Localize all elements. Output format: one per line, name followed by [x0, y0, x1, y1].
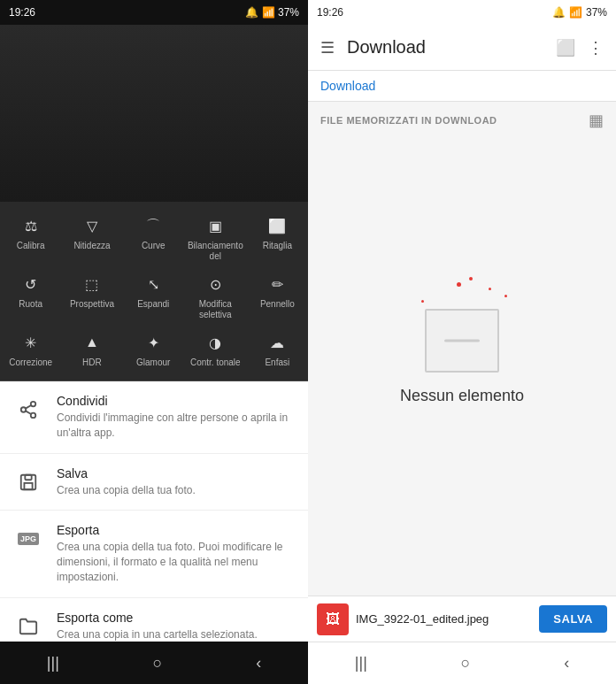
wifi-icon: 📶 — [569, 6, 582, 19]
empty-dot-2 — [469, 277, 473, 281]
right-title: Download — [347, 37, 426, 58]
svg-rect-6 — [25, 474, 31, 480]
tool-label-3: Bilanciamento del — [188, 241, 243, 262]
tool-item-7[interactable]: ⤡ Espandi — [123, 267, 184, 326]
empty-box-line — [444, 339, 480, 342]
svg-point-1 — [21, 407, 27, 412]
tool-item-12[interactable]: ✦ Glamour — [123, 326, 184, 373]
left-panel: 19:26 🔔 📶 37% ⚖ Calibra ▽ Nitidezza ⌒ Cu… — [0, 0, 308, 684]
tool-item-9[interactable]: ✏ Pennello — [247, 267, 308, 326]
tool-item-11[interactable]: ▲ HDR — [61, 326, 122, 373]
tool-icon-4: ⬜ — [266, 214, 289, 237]
file-thumbnail-icon: 🖼 — [317, 603, 349, 635]
tool-icon-12: ✦ — [142, 331, 165, 354]
tool-icon-5: ↺ — [19, 273, 42, 296]
right-nav-menu[interactable]: ||| — [355, 654, 367, 672]
tool-label-2: Curve — [142, 241, 166, 251]
tool-icon-10: ✳ — [19, 331, 42, 354]
section-title: FILE MEMORIZZATI IN DOWNLOAD — [320, 115, 497, 126]
tool-label-8: Modifica selettiva — [188, 299, 243, 320]
menu-item-folder[interactable]: Esporta come Crea una copia in una carte… — [0, 598, 308, 642]
menu-item-title-0: Condividi — [57, 394, 294, 408]
tool-icon-13: ◑ — [204, 331, 227, 354]
tool-label-9: Pennello — [260, 299, 295, 310]
left-bottom-bar: ||| ○ ‹ — [0, 642, 308, 684]
tool-item-5[interactable]: ↺ Ruota — [0, 267, 61, 326]
tool-item-3[interactable]: ▣ Bilanciamento del — [184, 209, 247, 267]
right-nav-back[interactable]: ‹ — [564, 654, 569, 672]
tool-label-12: Glamour — [136, 357, 170, 368]
left-nav-menu[interactable]: ||| — [47, 654, 59, 672]
right-header: ☰ Download ⬜ ⋮ — [308, 25, 616, 71]
menu-item-export[interactable]: JPG Esporta Crea una copia della tua fot… — [0, 511, 308, 597]
menu-item-icon-folder — [14, 612, 42, 641]
tool-label-1: Nitidezza — [73, 241, 110, 251]
right-nav-home[interactable]: ○ — [461, 654, 471, 672]
tool-label-11: HDR — [82, 357, 102, 368]
tool-item-6[interactable]: ⬚ Prospettiva — [61, 267, 122, 326]
save-bar: 🖼 IMG_3922-01_edited.jpeg SALVA — [308, 596, 616, 642]
tool-label-6: Prospettiva — [70, 299, 114, 310]
menu-item-desc-0: Condividi l'immagine con altre persone o… — [57, 411, 294, 441]
empty-dot-5 — [504, 295, 507, 297]
tool-icon-14: ☁ — [266, 331, 289, 354]
menu-item-desc-1: Crea una copia della tua foto. — [57, 483, 196, 498]
breadcrumb-row: Download — [308, 71, 616, 102]
right-status-time: 19:26 — [317, 6, 343, 19]
left-status-time: 19:26 — [9, 6, 35, 19]
folder-icon[interactable]: ⬜ — [556, 38, 575, 58]
save-button[interactable]: SALVA — [539, 605, 607, 633]
tool-icon-6: ⬚ — [81, 273, 104, 296]
tool-label-0: Calibra — [17, 241, 45, 251]
grid-toggle-icon[interactable]: ▦ — [589, 111, 604, 130]
menu-item-share[interactable]: Condividi Condividi l'immagine con altre… — [0, 381, 308, 454]
image-icon: 🖼 — [326, 611, 340, 627]
empty-dot-1 — [457, 282, 461, 287]
tool-label-7: Espandi — [137, 299, 169, 310]
svg-rect-7 — [24, 483, 32, 489]
tool-item-2[interactable]: ⌒ Curve — [123, 209, 184, 267]
tool-item-14[interactable]: ☁ Enfasi — [247, 326, 308, 373]
tool-item-1[interactable]: ▽ Nitidezza — [61, 209, 122, 267]
tool-item-0[interactable]: ⚖ Calibra — [0, 209, 61, 267]
menu-item-text-2: Esporta Crea una copia della tua foto. P… — [57, 523, 294, 584]
alarm-icon: 🔔 — [552, 6, 566, 19]
empty-dot-3 — [489, 288, 491, 290]
tool-icon-9: ✏ — [266, 273, 289, 296]
right-header-left: ☰ Download — [320, 37, 426, 58]
tool-icon-11: ▲ — [81, 331, 104, 354]
empty-illustration — [409, 275, 515, 373]
empty-state: Nessun elemento — [308, 137, 616, 596]
photo-preview — [0, 25, 308, 202]
menu-item-desc-3: Crea una copia in una cartella seleziona… — [57, 627, 258, 642]
more-icon[interactable]: ⋮ — [588, 38, 604, 58]
menu-item-title-2: Esporta — [57, 523, 294, 537]
empty-box — [425, 309, 499, 373]
tool-label-14: Enfasi — [265, 357, 289, 368]
tool-item-4[interactable]: ⬜ Ritaglia — [247, 209, 308, 267]
tool-item-13[interactable]: ◑ Contr. tonale — [184, 326, 247, 373]
breadcrumb[interactable]: Download — [320, 79, 375, 93]
tool-icon-1: ▽ — [81, 214, 104, 237]
left-nav-home[interactable]: ○ — [153, 654, 163, 672]
tool-icon-3: ▣ — [204, 214, 227, 237]
right-status-bar: 19:26 🔔 📶 37% — [308, 0, 616, 25]
tool-item-10[interactable]: ✳ Correzione — [0, 326, 61, 373]
photo-area — [0, 25, 308, 202]
tool-icon-0: ⚖ — [19, 214, 42, 237]
left-status-bar: 19:26 🔔 📶 37% — [0, 0, 308, 25]
save-filename: IMG_3922-01_edited.jpeg — [356, 612, 532, 626]
svg-point-0 — [31, 402, 36, 407]
empty-text: Nessun elemento — [400, 387, 524, 405]
tool-item-8[interactable]: ⊙ Modifica selettiva — [184, 267, 247, 326]
menu-list: Condividi Condividi l'immagine con altre… — [0, 381, 308, 642]
menu-item-desc-2: Crea una copia della tua foto. Puoi modi… — [57, 540, 294, 584]
battery-text: 37% — [586, 6, 607, 19]
hamburger-icon[interactable]: ☰ — [320, 38, 335, 58]
menu-item-icon-save — [14, 468, 42, 496]
right-header-actions: ⬜ ⋮ — [556, 38, 604, 58]
left-nav-back[interactable]: ‹ — [256, 654, 261, 672]
menu-item-text-0: Condividi Condividi l'immagine con altre… — [57, 394, 294, 441]
menu-item-save[interactable]: Salva Crea una copia della tua foto. — [0, 454, 308, 511]
tool-label-13: Contr. tonale — [190, 357, 241, 368]
